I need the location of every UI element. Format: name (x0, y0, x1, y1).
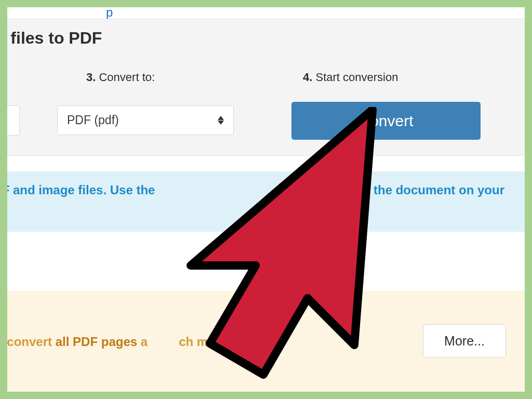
convert-button[interactable]: Convert (291, 102, 481, 140)
header-link[interactable]: p (106, 7, 113, 20)
step-3-label: 3. Convert to: (86, 71, 155, 84)
promo-strip: ueue, convert all PDF pages a ch more! M… (7, 291, 525, 392)
info-text-right: te the document on your (359, 183, 504, 197)
section-title: ther files to PDF (7, 29, 102, 48)
promo-text: ueue, convert all PDF pages a ch more! (7, 335, 232, 349)
conversion-panel: ther files to PDF 3. Convert to: 4. Star… (7, 19, 525, 156)
info-strip: o PDF and image files. Use the te the do… (7, 171, 525, 232)
info-text-left: o PDF and image files. Use the (7, 183, 155, 197)
more-button[interactable]: More... (423, 324, 506, 357)
cropped-input[interactable] (7, 105, 20, 136)
dropdown-arrows-icon (218, 116, 224, 125)
step-4-label: 4. Start conversion (303, 71, 398, 84)
format-select[interactable]: PDF (pdf) (57, 105, 234, 135)
format-select-value: PDF (pdf) (67, 113, 119, 127)
